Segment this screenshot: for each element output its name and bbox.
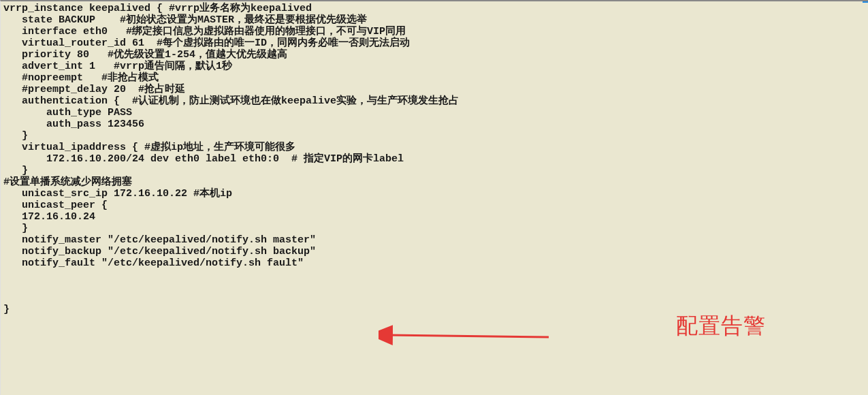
svg-line-1: [389, 335, 549, 337]
window-accent: [863, 1, 868, 3]
config-code-block[interactable]: vrrp_instance keepalived { #vrrp业务名称为kee…: [3, 3, 868, 315]
annotation-arrow: [379, 325, 556, 373]
annotation-label: 配置告警: [676, 313, 766, 338]
